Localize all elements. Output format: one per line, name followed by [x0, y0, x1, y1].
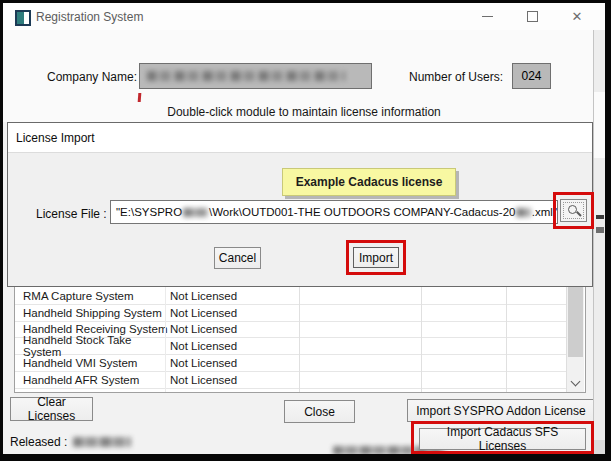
module-name-cell: Handheld Shipping System — [15, 307, 170, 319]
window-title: Registration System — [36, 10, 143, 24]
module-status-cell: Not Licensed — [170, 357, 237, 369]
company-name-label: Company Name: — [47, 70, 137, 84]
released-label: Released : — [10, 435, 67, 449]
cancel-button[interactable]: Cancel — [214, 247, 261, 269]
edge-segment — [594, 440, 606, 454]
module-name-cell: Handheld Stock Take System — [15, 334, 170, 358]
table-row[interactable]: Handheld AFR System Not Licensed — [15, 372, 567, 389]
module-status-cell: Not Licensed — [170, 340, 237, 352]
released-date-redacted — [73, 437, 131, 447]
company-name-field — [139, 63, 372, 89]
minimize-button[interactable] — [471, 3, 503, 30]
number-of-users-label: Number of Users: — [409, 70, 503, 84]
magnifier-icon — [568, 205, 577, 214]
red-annotation-mark — [138, 93, 142, 102]
path-redacted-1 — [183, 208, 208, 217]
edge-segment — [594, 92, 606, 158]
license-import-dialog: License Import Example Cadacus license L… — [7, 122, 593, 287]
module-status-cell: Not Licensed — [170, 374, 237, 386]
module-status-cell: Not Licensed — [170, 323, 237, 335]
browse-button[interactable] — [560, 199, 587, 222]
modules-table-rows: RMA Capture System Not Licensed Handheld… — [15, 288, 567, 389]
maximize-button[interactable] — [516, 3, 548, 30]
window-titlebar: Registration System ✕ — [3, 3, 605, 30]
module-status-cell: Not Licensed — [170, 307, 237, 319]
close-window-button[interactable]: ✕ — [561, 3, 593, 30]
screenshot-root: Registration System ✕ Company Name: Numb… — [0, 0, 611, 461]
grid-line — [299, 287, 300, 392]
window-right-edge — [593, 30, 606, 454]
scrollbar-down-button[interactable] — [567, 375, 583, 391]
modules-table: RMA Capture System Not Licensed Handheld… — [14, 287, 586, 393]
scrollbar-thumb[interactable] — [568, 287, 583, 357]
license-file-input[interactable]: "E:\SYSPRO\Work\OUTD001-THE OUTDOORS COM… — [110, 200, 558, 224]
edge-mark — [596, 227, 604, 233]
edge-mark — [596, 215, 604, 219]
close-button[interactable]: Close — [284, 400, 355, 423]
import-highlight-box: Import — [346, 240, 406, 275]
chevron-down-icon — [570, 377, 580, 387]
import-button[interactable]: Import — [353, 247, 399, 268]
dialog-titlebar: License Import — [8, 123, 592, 153]
clear-licenses-button[interactable]: Clear Licenses — [10, 397, 93, 421]
header-area: Company Name: Number of Users: 024 Doubl… — [3, 30, 605, 122]
table-row[interactable]: Handheld VMI System Not Licensed — [15, 355, 567, 372]
number-of-users-field: 024 — [512, 63, 551, 89]
grid-line — [421, 287, 422, 392]
browse-highlight-box — [553, 192, 594, 229]
cadacus-highlight-box: Import Cadacus SFS Licenses — [411, 421, 594, 454]
path-redacted-2 — [516, 208, 530, 217]
table-row[interactable]: Handheld Shipping System Not Licensed — [15, 305, 567, 322]
path-part2: \Work\OUTD001-THE OUTDOORS COMPANY-Cadac… — [209, 206, 516, 218]
released-row: Released : — [10, 435, 131, 449]
instruction-text: Double-click module to maintain license … — [3, 105, 605, 119]
table-scrollbar[interactable] — [566, 287, 584, 392]
path-part1: "E:\SYSPRO — [116, 206, 182, 218]
maximize-icon — [527, 11, 538, 22]
table-row[interactable]: RMA Capture System Not Licensed — [15, 288, 567, 305]
example-license-note: Example Cadacus license — [282, 168, 456, 196]
grid-line — [506, 287, 507, 392]
module-name-cell: Handheld AFR System — [15, 374, 170, 386]
module-name-cell: Handheld VMI System — [15, 357, 170, 369]
license-file-label: License File : — [36, 207, 107, 221]
app-icon — [15, 10, 31, 26]
minimize-icon — [482, 16, 493, 17]
module-name-cell: RMA Capture System — [15, 290, 170, 302]
import-syspro-addon-license-button[interactable]: Import SYSPRO Addon License — [407, 399, 595, 422]
table-row[interactable]: Handheld Stock Take System Not Licensed — [15, 338, 567, 355]
dialog-title: License Import — [16, 131, 95, 145]
grid-line — [165, 287, 166, 392]
module-status-cell: Not Licensed — [170, 290, 237, 302]
company-name-redacted — [147, 71, 345, 81]
import-cadacus-sfs-licenses-button[interactable]: Import Cadacus SFS Licenses — [419, 428, 586, 450]
